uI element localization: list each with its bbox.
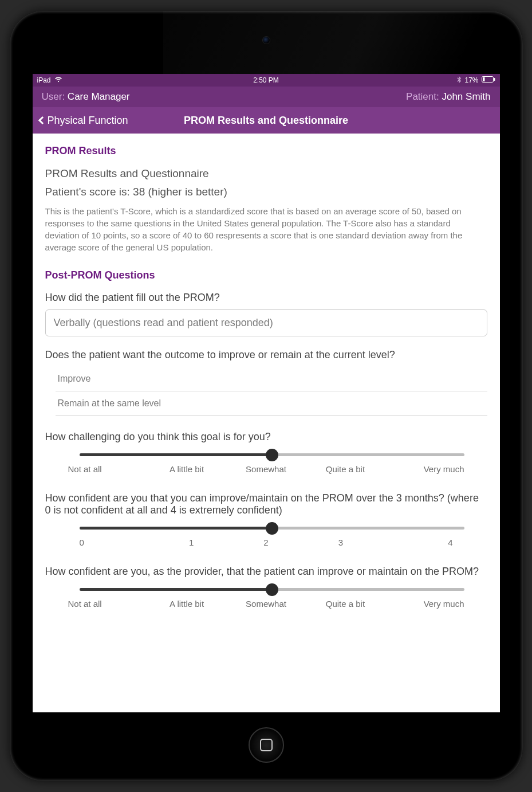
user-value: Care Manager bbox=[68, 91, 130, 102]
back-button[interactable]: Physical Function bbox=[33, 115, 128, 127]
home-button[interactable] bbox=[249, 727, 284, 763]
clock: 2:50 PM bbox=[33, 76, 500, 84]
device-label: iPad bbox=[37, 76, 51, 84]
q5-label: How confident are you, as the provider, … bbox=[45, 566, 487, 578]
score-explanation: This is the patient's T-Score, which is … bbox=[45, 205, 487, 253]
q1-label: How did the patient fill out the PROM? bbox=[45, 292, 487, 304]
content-scroll[interactable]: PROM Results PROM Results and Questionna… bbox=[33, 134, 500, 712]
q5-slider[interactable] bbox=[80, 588, 464, 591]
results-subtitle: PROM Results and Questionnaire bbox=[45, 167, 487, 180]
q4-slider[interactable] bbox=[80, 527, 464, 530]
user-label: User: bbox=[42, 91, 65, 102]
q2-option-remain[interactable]: Remain at the same level bbox=[56, 391, 487, 416]
post-section-title: Post-PROM Questions bbox=[45, 269, 487, 281]
slider-knob[interactable] bbox=[266, 449, 278, 461]
q3-slider[interactable] bbox=[80, 453, 464, 456]
nav-bar: Physical Function PROM Results and Quest… bbox=[33, 107, 500, 134]
bluetooth-icon bbox=[457, 76, 462, 85]
patient-value: John Smith bbox=[442, 91, 490, 102]
results-section-title: PROM Results bbox=[45, 145, 487, 157]
battery-pct: 17% bbox=[464, 76, 478, 84]
camera-dot bbox=[262, 36, 270, 44]
q4-label: How confident are you that you can impro… bbox=[45, 492, 487, 516]
score-line: Patient's score is: 38 (higher is better… bbox=[45, 186, 487, 198]
battery-icon bbox=[482, 76, 495, 84]
svg-rect-1 bbox=[483, 77, 485, 81]
patient-label: Patient: bbox=[406, 91, 439, 102]
q3-ticks: Not at all A little bit Somewhat Quite a… bbox=[68, 464, 464, 474]
svg-rect-2 bbox=[494, 78, 495, 81]
tablet-frame: iPad 2:50 PM 17% User: Care Manager bbox=[10, 11, 523, 781]
q2-label: Does the patient want the outcome to imp… bbox=[45, 349, 487, 361]
screen: iPad 2:50 PM 17% User: Care Manager bbox=[33, 74, 500, 712]
q5-ticks: Not at all A little bit Somewhat Quite a… bbox=[68, 599, 464, 609]
home-button-icon bbox=[260, 739, 273, 751]
user-bar: User: Care Manager Patient: John Smith bbox=[33, 87, 500, 107]
back-label: Physical Function bbox=[48, 115, 128, 127]
status-bar: iPad 2:50 PM 17% bbox=[33, 74, 500, 87]
q2-option-improve[interactable]: Improve bbox=[56, 367, 487, 391]
chevron-left-icon bbox=[38, 116, 46, 124]
slider-knob[interactable] bbox=[266, 583, 278, 596]
wifi-icon bbox=[54, 76, 62, 84]
q4-ticks: 0 1 2 3 4 bbox=[80, 538, 453, 547]
slider-knob[interactable] bbox=[266, 522, 278, 535]
q3-label: How challenging do you think this goal i… bbox=[45, 431, 487, 443]
q1-select[interactable]: Verbally (questions read and patient res… bbox=[45, 309, 487, 336]
